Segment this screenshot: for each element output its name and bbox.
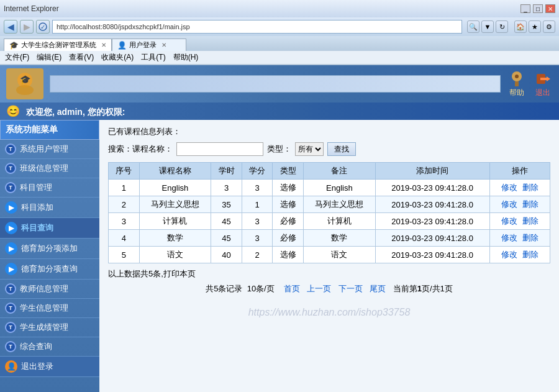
delete-link-5[interactable]: 删除 [522, 250, 539, 259]
title-bar: Internet Explorer _ □ ✕ [0, 0, 559, 17]
edit-link-2[interactable]: 修改 [501, 199, 517, 209]
delete-link-3[interactable]: 删除 [522, 216, 539, 226]
type-select[interactable]: 所有 必修 选修 [295, 142, 324, 156]
table-row: 5 语文 40 2 选修 语文 2019-03-23 09:41:28.0 修改… [109, 247, 550, 263]
next-page-link[interactable]: 下一页 [339, 284, 363, 293]
search-icon[interactable]: 🔍 [467, 21, 479, 33]
home-icon[interactable]: 🏠 [514, 21, 527, 33]
minimize-button[interactable]: _ [520, 4, 530, 13]
sidebar-highlight[interactable]: 系统功能菜单 [0, 120, 99, 140]
logout-button[interactable]: 退出 [533, 70, 553, 98]
col-header-note: 备注 [304, 163, 376, 180]
tab-close-login[interactable]: ✕ [161, 42, 166, 48]
window-controls: _ □ ✕ [520, 4, 555, 13]
header-search-bar[interactable] [50, 75, 501, 93]
search-input[interactable] [176, 142, 263, 156]
edit-link-4[interactable]: 修改 [501, 233, 517, 242]
cell-note: 语文 [304, 247, 376, 263]
sidebar-icon-subject-add: ▶ [5, 201, 17, 214]
sidebar-item-class-mgmt[interactable]: T 班级信息管理 [0, 159, 99, 178]
menu-view[interactable]: 查看(V) [69, 52, 94, 63]
cell-credits: 2 [242, 247, 273, 263]
address-icon-group: 🔍 ▼ ↻ [467, 21, 508, 33]
browser-chrome: Internet Explorer _ □ ✕ ◀ ▶ ✓ http://loc… [0, 0, 559, 65]
refresh-icon[interactable]: ↻ [496, 21, 508, 33]
last-page-link[interactable]: 尾页 [370, 284, 386, 293]
sidebar-icon-user: T [5, 144, 16, 155]
sidebar-label-subject-add: 科目添加 [21, 202, 53, 213]
sidebar-highlight-label: 系统功能菜单 [6, 124, 58, 135]
tab-label-login: 用户登录 [129, 40, 157, 50]
first-page-link[interactable]: 首页 [284, 284, 300, 293]
cell-name: English [139, 180, 211, 196]
cell-name: 马列主义思想 [139, 196, 211, 213]
address-bar[interactable]: http://localhost:8080/jspdxszhcpkf1/main… [52, 20, 462, 34]
delete-link-2[interactable]: 删除 [522, 199, 539, 209]
sidebar-item-teacher-mgmt[interactable]: T 教师信息管理 [0, 280, 99, 299]
sidebar-item-subject-query[interactable]: ▶ 科目查询 [0, 218, 99, 239]
svg-text:🎓: 🎓 [20, 75, 31, 85]
cell-note: 数学 [304, 230, 376, 247]
cell-type: 必修 [273, 230, 304, 247]
tab-close-main[interactable]: ✕ [101, 42, 106, 48]
sidebar-item-score-mgmt[interactable]: T 学生成绩管理 [0, 318, 99, 337]
cell-hours: 3 [211, 180, 242, 196]
sidebar-item-student-mgmt[interactable]: T 学生信息管理 [0, 299, 99, 318]
sidebar-icon-comprehensive: T [5, 341, 16, 352]
tab-login[interactable]: 👤 用户登录 ✕ [112, 39, 186, 51]
edit-link-3[interactable]: 修改 [501, 216, 517, 226]
cell-note: 计算机 [304, 213, 376, 230]
delete-link-1[interactable]: 删除 [522, 183, 539, 192]
search-label: 搜索：课程名称： [108, 144, 173, 155]
search-button[interactable]: 查找 [327, 142, 356, 156]
delete-link-4[interactable]: 删除 [522, 233, 539, 242]
stop-button[interactable]: ✓ [36, 20, 50, 34]
prev-page-link[interactable]: 上一页 [307, 284, 331, 293]
settings-icon[interactable]: ⚙ [543, 21, 555, 33]
sidebar-item-subject-mgmt[interactable]: T 科目管理 [0, 178, 99, 198]
table-row: 2 马列主义思想 35 1 选修 马列主义思想 2019-03-23 09:41… [109, 196, 550, 213]
cell-type: 选修 [273, 247, 304, 263]
pagination: 共5条记录 10条/页 首页 上一页 下一页 尾页 当前第1页/共1页 [108, 283, 550, 294]
cell-time: 2019-03-23 09:41:28.0 [375, 213, 489, 230]
type-label: 类型： [267, 144, 291, 155]
sidebar-item-subject-add[interactable]: ▶ 科目添加 [0, 198, 99, 218]
sidebar-item-comprehensive[interactable]: T 综合查询 [0, 337, 99, 357]
svg-text:✓: ✓ [40, 24, 45, 30]
tab-main[interactable]: 🎓 大学生综合测评管理系统 ✕ [4, 39, 112, 51]
col-header-type: 类型 [273, 163, 304, 180]
forward-button[interactable]: ▶ [20, 20, 34, 34]
nav-bar: ◀ ▶ ✓ http://localhost:8080/jspdxszhcpkf… [0, 17, 559, 36]
menu-edit[interactable]: 编辑(E) [37, 52, 61, 63]
menu-file[interactable]: 文件(F) [5, 52, 29, 63]
cell-credits: 3 [242, 230, 273, 247]
browser-title: Internet Explorer [4, 4, 59, 13]
cell-time: 2019-03-23 09:41:28.0 [375, 230, 489, 247]
sidebar-icon-subject: T [5, 182, 16, 193]
sidebar-item-logout[interactable]: 👤 退出登录 [0, 357, 99, 377]
help-button[interactable]: 帮助 [507, 70, 527, 98]
dropdown-icon[interactable]: ▼ [481, 21, 494, 33]
sidebar-icon-score: T [5, 322, 16, 333]
table-row: 1 English 3 3 选修 English 2019-03-23 09:4… [109, 180, 550, 196]
menu-favorites[interactable]: 收藏夹(A) [101, 52, 134, 63]
cell-id: 4 [109, 230, 140, 247]
content-area: 已有课程信息列表： 搜索：课程名称： 类型： 所有 必修 选修 查找 序号 [99, 120, 559, 392]
sidebar-item-moral-query[interactable]: ▶ 德育加分项查询 [0, 259, 99, 280]
maximize-button[interactable]: □ [533, 4, 543, 13]
edit-link-5[interactable]: 修改 [501, 250, 517, 259]
sidebar-icon-moral-add: ▶ [5, 242, 17, 255]
sidebar-item-user-mgmt[interactable]: T 系统用户管理 [0, 140, 99, 159]
menu-help[interactable]: 帮助(H) [173, 52, 199, 63]
edit-link-1[interactable]: 修改 [501, 183, 517, 192]
close-button[interactable]: ✕ [545, 4, 555, 13]
cell-credits: 3 [242, 180, 273, 196]
sidebar-label-class-mgmt: 班级信息管理 [20, 163, 68, 174]
favorites-icon[interactable]: ★ [529, 21, 541, 33]
welcome-bar: 😊 欢迎您, admin, 您的权限: [0, 103, 559, 120]
cell-time: 2019-03-23 09:41:28.0 [375, 196, 489, 213]
menu-tools[interactable]: 工具(T) [141, 52, 165, 63]
sidebar-item-moral-add[interactable]: ▶ 德育加分项添加 [0, 239, 99, 259]
sidebar-label-subject-mgmt: 科目管理 [20, 182, 52, 193]
back-button[interactable]: ◀ [4, 20, 17, 34]
